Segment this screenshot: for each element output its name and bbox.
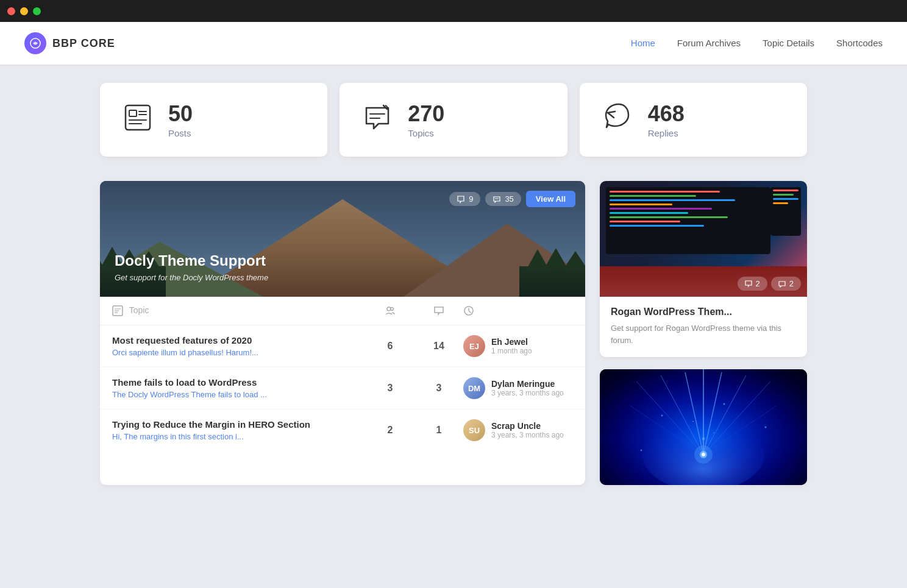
topics-icon xyxy=(361,102,393,138)
bottom-row: Docly Theme Support Get support for the … xyxy=(100,181,807,485)
topic-info: Most requested features of 2020 Orci sap… xyxy=(112,335,366,357)
posts-icon xyxy=(122,102,154,138)
main-content: 50 Posts 270 Topics xyxy=(88,65,819,503)
svg-rect-1 xyxy=(126,105,150,130)
header-voices xyxy=(366,305,414,316)
topic-subtitle: Orci sapiente illum id phasellus! Harum!… xyxy=(112,348,366,357)
sidebar-card-1-desc: Get support for Rogan WordPress theme vi… xyxy=(611,322,796,346)
topic-user: EJ Eh Jewel 1 month ago xyxy=(463,335,573,357)
stat-info-topics: 270 Topics xyxy=(408,101,444,138)
sidebar-badge-topics-1: 2 xyxy=(738,277,767,291)
user-avatar: SU xyxy=(463,419,485,441)
stat-card-topics: 270 Topics xyxy=(340,83,567,157)
replies-label: Replies xyxy=(648,128,685,138)
logo-icon xyxy=(24,32,46,54)
logo[interactable]: BBP CORE xyxy=(24,32,115,54)
topic-title[interactable]: Trying to Reduce the Margin in HERO Sect… xyxy=(112,419,366,430)
nav-item-forum-archives[interactable]: Forum Archives xyxy=(677,38,741,49)
topic-row: Trying to Reduce the Margin in HERO Sect… xyxy=(100,409,585,451)
topic-info: Trying to Reduce the Margin in HERO Sect… xyxy=(112,419,366,441)
posts-count: 50 xyxy=(168,101,193,127)
user-info: Scrap Uncle 3 years, 3 months ago xyxy=(491,421,564,439)
replies-icon xyxy=(602,102,633,138)
topic-voices-count: 3 xyxy=(366,383,414,394)
nav-item-home[interactable]: Home xyxy=(631,38,655,49)
minimize-button[interactable] xyxy=(20,7,28,15)
topic-info: Theme fails to load to WordPress The Doc… xyxy=(112,377,366,399)
stats-row: 50 Posts 270 Topics xyxy=(100,83,807,157)
svg-point-43 xyxy=(702,453,705,456)
topics-count: 270 xyxy=(408,101,444,127)
nav-link-shortcodes[interactable]: Shortcodes xyxy=(836,38,883,48)
close-button[interactable] xyxy=(7,7,15,15)
user-time: 3 years, 3 months ago xyxy=(491,431,564,439)
header-replies xyxy=(414,305,463,316)
maximize-button[interactable] xyxy=(33,7,41,15)
user-avatar: EJ xyxy=(463,335,485,357)
topic-table-header: Topic xyxy=(100,297,585,325)
topic-voices-count: 2 xyxy=(366,425,414,436)
header-last-post xyxy=(463,305,573,316)
topic-row: Theme fails to load to WordPress The Doc… xyxy=(100,367,585,409)
topic-replies-count: 3 xyxy=(414,383,463,394)
replies-badge: 35 xyxy=(485,192,521,206)
topic-title[interactable]: Most requested features of 2020 xyxy=(112,335,366,345)
banner-desc: Get support for the Docly WordPress them… xyxy=(115,273,268,282)
topic-replies-count: 14 xyxy=(414,341,463,352)
topic-user: SU Scrap Uncle 3 years, 3 months ago xyxy=(463,419,573,441)
sidebar-card-1-body: Rogan WordPress Them... Get support for … xyxy=(600,297,807,357)
nav-link-home[interactable]: Home xyxy=(631,38,655,48)
sidebar: 2 2 Rogan WordPress Them... Get support … xyxy=(600,181,807,485)
nav-item-shortcodes[interactable]: Shortcodes xyxy=(836,38,883,49)
user-name: Eh Jewel xyxy=(491,337,532,347)
titlebar xyxy=(0,0,907,22)
svg-rect-2 xyxy=(129,110,137,116)
stat-card-posts: 50 Posts xyxy=(100,83,327,157)
topic-user: DM Dylan Meringue 3 years, 3 months ago xyxy=(463,377,573,399)
topic-list: Most requested features of 2020 Orci sap… xyxy=(100,325,585,451)
forum-banner: Docly Theme Support Get support for the … xyxy=(100,181,585,297)
user-info: Eh Jewel 1 month ago xyxy=(491,337,532,355)
user-avatar: DM xyxy=(463,377,485,399)
sidebar-badge-replies-1: 2 xyxy=(771,277,801,291)
banner-title: Docly Theme Support xyxy=(115,252,268,269)
topics-label: Topics xyxy=(408,128,444,138)
svg-point-29 xyxy=(391,308,394,311)
topic-subtitle: The Docly WordPress Theme fails to load … xyxy=(112,390,366,399)
topic-voices-count: 6 xyxy=(366,341,414,352)
stat-card-replies: 468 Replies xyxy=(580,83,807,157)
replies-count: 468 xyxy=(648,101,685,127)
posts-label: Posts xyxy=(168,128,193,138)
sidebar-card-1-badges: 2 2 xyxy=(738,277,801,291)
topic-row: Most requested features of 2020 Orci sap… xyxy=(100,325,585,367)
logo-text: BBP CORE xyxy=(52,37,115,50)
rogan-card-image: 2 2 xyxy=(600,181,807,297)
sidebar-card-fiber xyxy=(600,369,807,485)
nav-item-topic-details[interactable]: Topic Details xyxy=(763,38,814,49)
topics-badge: 9 xyxy=(449,192,480,206)
fiber-card-image xyxy=(600,369,807,485)
view-all-button[interactable]: View All xyxy=(526,191,575,207)
stat-info-replies: 468 Replies xyxy=(648,101,685,138)
topic-title[interactable]: Theme fails to load to WordPress xyxy=(112,377,366,388)
user-time: 3 years, 3 months ago xyxy=(491,389,564,397)
fiber-svg xyxy=(600,369,807,485)
user-time: 1 month ago xyxy=(491,347,532,355)
user-name: Scrap Uncle xyxy=(491,421,564,431)
user-name: Dylan Meringue xyxy=(491,379,564,389)
sidebar-card-1-title: Rogan WordPress Them... xyxy=(611,306,796,317)
nav-link-forum-archives[interactable]: Forum Archives xyxy=(677,38,741,48)
nav-link-topic-details[interactable]: Topic Details xyxy=(763,38,814,48)
stat-info-posts: 50 Posts xyxy=(168,101,193,138)
forum-card: Docly Theme Support Get support for the … xyxy=(100,181,585,485)
banner-content: Docly Theme Support Get support for the … xyxy=(115,252,268,282)
navbar: BBP CORE Home Forum Archives Topic Detai… xyxy=(0,22,907,65)
topic-subtitle: Hi, The margins in this first section i.… xyxy=(112,432,366,441)
sidebar-card-rogan: 2 2 Rogan WordPress Them... Get support … xyxy=(600,181,807,357)
banner-actions: 9 35 View All xyxy=(449,191,575,207)
user-info: Dylan Meringue 3 years, 3 months ago xyxy=(491,379,564,397)
topic-replies-count: 1 xyxy=(414,425,463,436)
nav-menu: Home Forum Archives Topic Details Shortc… xyxy=(631,38,883,49)
header-topic: Topic xyxy=(112,305,366,316)
